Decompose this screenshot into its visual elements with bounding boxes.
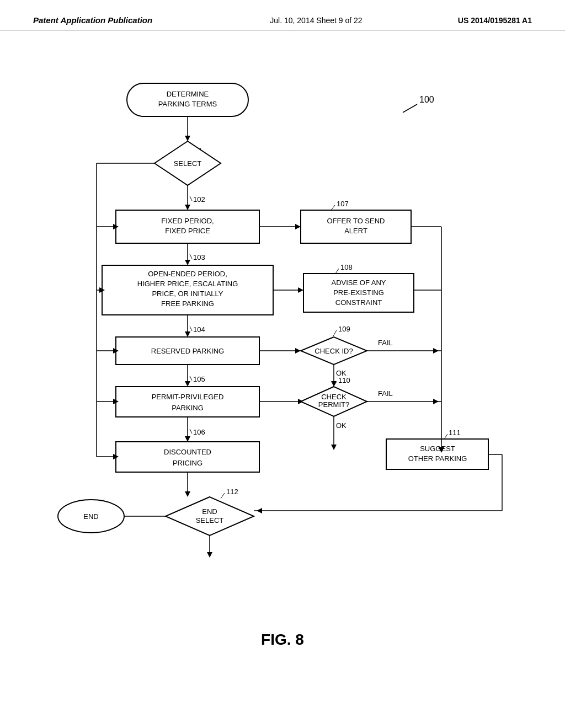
svg-text:END: END	[83, 512, 98, 521]
svg-text:PARKING: PARKING	[172, 404, 204, 412]
svg-marker-12	[185, 205, 190, 210]
svg-text:OPEN-ENDED PERIOD,: OPEN-ENDED PERIOD,	[148, 270, 227, 278]
svg-text:106: 106	[193, 428, 205, 436]
svg-line-1	[403, 104, 417, 113]
svg-marker-63	[185, 381, 190, 387]
svg-rect-86	[116, 442, 259, 472]
svg-text:DETERMINE: DETERMINE	[167, 90, 209, 98]
svg-text:100: 100	[419, 95, 434, 104]
svg-text:110: 110	[338, 376, 350, 384]
svg-marker-81	[331, 445, 337, 450]
svg-text:DISCOUNTED: DISCOUNTED	[164, 448, 211, 456]
svg-marker-83	[185, 436, 190, 442]
svg-text:105: 105	[193, 375, 205, 383]
page-header: Patent Application Publication Jul. 10, …	[0, 0, 565, 31]
svg-text:103: 103	[193, 253, 205, 261]
sheet-info: Jul. 10, 2014 Sheet 9 of 22	[174, 16, 458, 25]
svg-text:108: 108	[340, 263, 353, 271]
svg-line-90	[444, 434, 447, 439]
svg-text:104: 104	[193, 325, 205, 334]
svg-text:OK: OK	[336, 421, 347, 430]
svg-text:FIXED PRICE: FIXED PRICE	[165, 227, 210, 235]
svg-marker-36	[298, 287, 303, 293]
svg-marker-78	[433, 399, 439, 404]
svg-marker-27	[185, 260, 190, 265]
svg-text:FREE PARKING: FREE PARKING	[161, 299, 214, 308]
svg-rect-66	[116, 387, 259, 417]
svg-text:OFFER TO SEND: OFFER TO SEND	[327, 217, 385, 225]
flowchart-svg: 100 DETERMINE PARKING TERMS 101 SELECT 1…	[0, 31, 565, 671]
page: Patent Application Publication Jul. 10, …	[0, 0, 565, 728]
svg-text:111: 111	[449, 429, 461, 437]
svg-text:FAIL: FAIL	[378, 339, 393, 347]
svg-text:SELECT: SELECT	[196, 516, 224, 524]
svg-text:PERMIT?: PERMIT?	[318, 400, 349, 409]
svg-text:CHECK: CHECK	[321, 393, 347, 401]
patent-number: US 2014/0195281 A1	[458, 16, 532, 25]
svg-text:102: 102	[193, 195, 205, 204]
svg-text:SELECT: SELECT	[174, 159, 202, 168]
svg-line-85	[190, 429, 192, 433]
figure-label: FIG. 8	[261, 631, 304, 649]
svg-marker-19	[295, 224, 301, 229]
svg-line-14	[190, 196, 192, 201]
svg-text:FIXED PERIOD,: FIXED PERIOD,	[161, 217, 214, 225]
svg-marker-6	[185, 136, 190, 141]
svg-marker-110	[257, 508, 262, 513]
svg-line-101	[221, 493, 225, 499]
svg-line-29	[190, 254, 192, 259]
svg-marker-99	[185, 491, 190, 497]
svg-marker-58	[433, 348, 439, 354]
svg-text:CONSTRAINT: CONSTRAINT	[335, 298, 382, 307]
publication-label: Patent Application Publication	[33, 15, 152, 25]
svg-text:SUGGEST: SUGGEST	[420, 445, 455, 453]
svg-marker-124	[207, 552, 212, 558]
svg-text:PRE-EXISTING: PRE-EXISTING	[333, 288, 384, 297]
svg-text:107: 107	[337, 200, 349, 208]
svg-marker-45	[185, 331, 190, 337]
svg-text:ALERT: ALERT	[344, 227, 367, 235]
svg-line-47	[190, 326, 192, 331]
svg-text:ADVISE OF ANY: ADVISE OF ANY	[332, 279, 386, 287]
svg-line-21	[331, 205, 335, 210]
svg-text:END: END	[202, 507, 217, 516]
svg-text:PERMIT-PRIVILEGED: PERMIT-PRIVILEGED	[152, 393, 224, 401]
svg-line-53	[333, 330, 337, 336]
svg-text:PRICE, OR INITIALLY: PRICE, OR INITIALLY	[152, 290, 223, 298]
svg-text:HIGHER PRICE, ESCALATING: HIGHER PRICE, ESCALATING	[137, 280, 238, 288]
svg-text:RESERVED PARKING: RESERVED PARKING	[151, 347, 224, 355]
svg-text:CHECK ID?: CHECK ID?	[315, 347, 353, 355]
svg-line-65	[190, 376, 192, 381]
svg-text:FAIL: FAIL	[378, 389, 393, 398]
svg-text:PRICING: PRICING	[173, 459, 202, 467]
svg-text:OTHER PARKING: OTHER PARKING	[408, 454, 467, 463]
svg-text:109: 109	[338, 325, 350, 333]
diagram-area: 100 DETERMINE PARKING TERMS 101 SELECT 1…	[0, 31, 565, 671]
svg-text:112: 112	[226, 488, 238, 496]
svg-line-38	[335, 269, 339, 274]
svg-text:PARKING TERMS: PARKING TERMS	[158, 100, 217, 108]
